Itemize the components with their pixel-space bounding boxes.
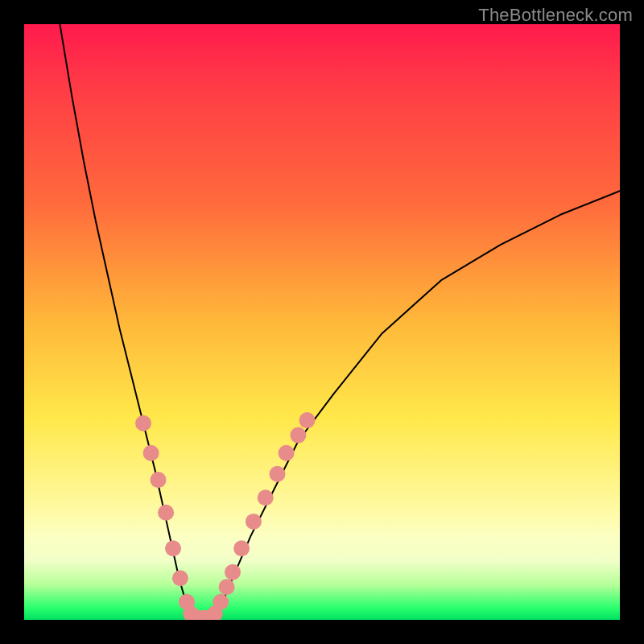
bead-marker (270, 466, 286, 482)
bead-marker (165, 540, 181, 556)
chart-frame: TheBottleneck.com (0, 0, 644, 644)
bead-marker (225, 564, 241, 580)
bead-marker (299, 412, 316, 428)
bead-marker (135, 415, 151, 431)
v-curve (60, 24, 620, 620)
bead-marker (219, 579, 235, 595)
bead-marker (213, 594, 229, 610)
bead-marker (172, 570, 188, 586)
bead-marker (290, 427, 306, 444)
bead-marker (143, 445, 159, 461)
bead-marker (158, 505, 174, 521)
bead-marker (151, 472, 167, 488)
plot-area (24, 24, 620, 620)
bead-marker (233, 540, 250, 556)
curve-group (60, 24, 620, 620)
bead-marker (258, 489, 274, 506)
marker-group (135, 412, 316, 620)
bead-marker (246, 514, 262, 530)
curve-layer (24, 24, 620, 620)
bead-marker (279, 445, 295, 461)
watermark-text: TheBottleneck.com (478, 5, 633, 26)
